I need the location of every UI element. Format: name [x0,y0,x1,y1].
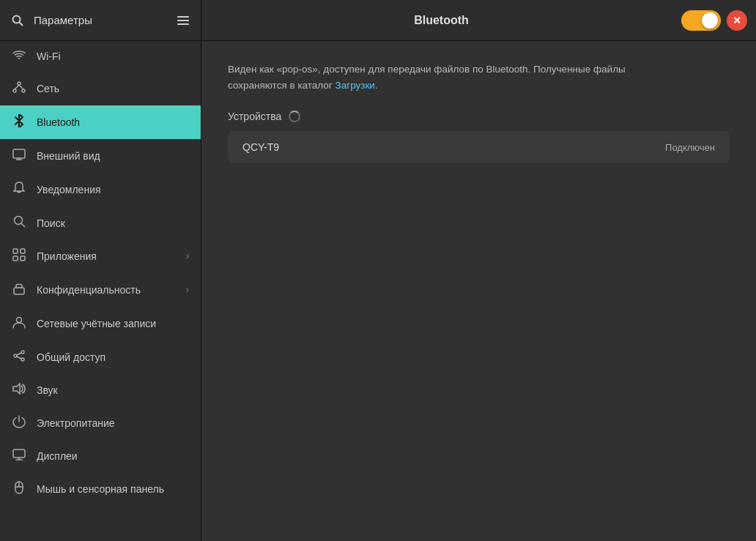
sidebar-item-mouse[interactable]: Мышь и сенсорная панель [0,472,201,506]
sidebar: Wi-Fi Сеть Bluetooth [0,41,201,541]
accounts-icon [12,316,26,332]
downloads-link[interactable]: Загрузки [336,80,375,91]
sidebar-item-sound-label: Звук [37,384,189,396]
svg-rect-28 [13,449,25,458]
bluetooth-icon [12,114,26,130]
toggle-track [681,10,721,31]
svg-line-1 [20,22,23,26]
sidebar-item-search[interactable]: Поиск [0,206,201,239]
sidebar-item-displays-label: Дисплеи [37,450,189,462]
network-icon [12,81,26,97]
sidebar-item-notifications-label: Уведомления [37,184,189,195]
devices-section: Устройства QCY-T9 Подключен [228,111,730,163]
main-layout: Wi-Fi Сеть Bluetooth [0,41,756,541]
notifications-icon [12,182,26,198]
sidebar-item-accounts-label: Сетевые учётные записи [37,318,189,329]
content-area: Виден как «pop-os», доступен для передач… [201,41,756,541]
bluetooth-toggle[interactable] [681,10,721,31]
app-header: Параметры Bluetooth ✕ [0,0,756,41]
svg-line-25 [17,353,21,355]
devices-label: Устройства [228,111,281,122]
svg-rect-2 [177,16,189,18]
svg-rect-11 [13,149,25,158]
sidebar-item-wifi[interactable]: Wi-Fi [0,41,201,72]
sidebar-item-power[interactable]: Электропитание [0,406,201,440]
header-left: Параметры [0,0,201,40]
info-text-part2: . [375,80,378,91]
info-text: Виден как «pop-os», доступен для передач… [228,61,667,93]
sidebar-item-search-label: Поиск [37,217,189,229]
sidebar-item-sharing[interactable]: Общий доступ [0,340,201,374]
apps-chevron-icon: › [186,251,189,261]
sidebar-item-wifi-label: Wi-Fi [37,51,189,62]
privacy-icon [12,282,26,298]
info-text-part1: Виден как «pop-os», доступен для передач… [228,64,626,91]
sidebar-item-accounts[interactable]: Сетевые учётные записи [0,307,201,340]
sidebar-item-apps[interactable]: Приложения › [0,239,201,273]
scanning-spinner [289,111,300,122]
search-icon [12,215,26,231]
page-title: Bluetooth [201,14,681,27]
search-icon-button[interactable] [9,12,26,29]
sidebar-item-power-label: Электропитание [37,417,189,429]
svg-point-8 [22,89,25,92]
svg-line-15 [21,223,25,227]
sidebar-item-network[interactable]: Сеть [0,72,201,105]
svg-point-21 [17,318,22,323]
svg-marker-27 [13,384,20,394]
close-button[interactable]: ✕ [727,10,747,31]
svg-rect-4 [177,23,189,25]
sidebar-item-displays[interactable]: Дисплеи [0,440,201,472]
app-title: Параметры [34,14,167,26]
appearance-icon [12,148,26,164]
mouse-icon [12,481,26,497]
sound-icon [12,383,26,398]
toggle-thumb [702,12,718,29]
svg-point-7 [13,89,16,92]
device-status: Подключен [665,142,715,153]
sidebar-item-apps-label: Приложения [37,250,176,262]
sidebar-item-bluetooth-label: Bluetooth [37,116,189,128]
svg-point-0 [13,15,21,23]
svg-rect-19 [21,256,25,261]
svg-point-14 [14,217,22,225]
svg-line-10 [19,85,23,89]
device-name: QCY-T9 [242,141,279,153]
devices-header: Устройства [228,111,730,122]
displays-icon [12,449,26,463]
device-list: QCY-T9 Подключен [228,131,730,163]
sidebar-item-appearance[interactable]: Внешний вид [0,139,201,173]
sidebar-item-sound[interactable]: Звук [0,374,201,406]
sidebar-item-network-label: Сеть [37,83,189,94]
svg-rect-20 [14,288,24,294]
header-actions: ✕ [681,10,756,31]
svg-line-9 [15,85,19,89]
privacy-chevron-icon: › [186,285,189,295]
sidebar-item-privacy[interactable]: Конфиденциальность › [0,273,201,307]
sidebar-item-notifications[interactable]: Уведомления [0,173,201,206]
sidebar-item-mouse-label: Мышь и сенсорная панель [37,483,189,495]
svg-rect-18 [13,256,18,261]
sidebar-item-sharing-label: Общий доступ [37,351,189,363]
wifi-icon [12,50,26,63]
apps-icon [12,248,26,264]
menu-icon-button[interactable] [174,13,192,28]
svg-rect-17 [21,249,25,253]
svg-point-6 [18,82,21,85]
table-row[interactable]: QCY-T9 Подключен [228,131,730,163]
sidebar-item-privacy-label: Конфиденциальность [37,284,176,296]
sidebar-item-bluetooth[interactable]: Bluetooth [0,105,201,139]
svg-rect-3 [177,20,189,21]
svg-line-26 [17,357,21,359]
sharing-icon [12,349,26,365]
power-icon [12,415,26,431]
svg-rect-16 [13,249,18,253]
sidebar-item-appearance-label: Внешний вид [37,150,189,162]
svg-point-5 [18,58,20,59]
